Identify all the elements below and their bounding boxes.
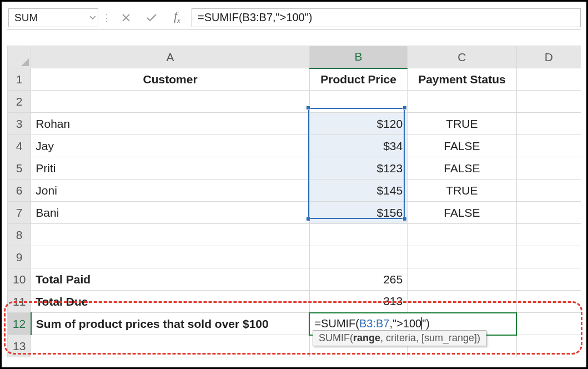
cell-D13[interactable] <box>516 335 581 357</box>
row-header-6[interactable]: 6 <box>8 179 31 202</box>
cell-D2[interactable] <box>516 91 581 113</box>
cell-D10[interactable] <box>516 268 581 291</box>
cell-B8[interactable] <box>309 224 407 246</box>
cell-C9[interactable] <box>408 246 516 268</box>
formula-bar-text: =SUMIF(B3:B7,">100") <box>198 11 313 24</box>
cell-A9[interactable] <box>31 246 310 268</box>
select-all-corner[interactable] <box>8 46 31 68</box>
row-2: 2 <box>8 91 581 113</box>
cell-A12[interactable]: Sum of product prices that sold over $10… <box>31 313 310 335</box>
cell-D7[interactable] <box>516 202 581 224</box>
col-header-B[interactable]: B <box>309 46 407 68</box>
row-12: 12 Sum of product prices that sold over … <box>8 313 581 335</box>
row-header-4[interactable]: 4 <box>8 135 31 157</box>
cell-A10[interactable]: Total Paid <box>31 268 310 291</box>
cell-B3[interactable]: $120 <box>309 113 407 135</box>
row-header-5[interactable]: 5 <box>8 157 31 179</box>
row-1: 1 Customer Product Price Payment Status <box>8 68 581 91</box>
row-header-13[interactable]: 13 <box>8 335 31 357</box>
formula-bar-input[interactable]: =SUMIF(B3:B7,">100") <box>192 8 581 27</box>
cell-C7[interactable]: FALSE <box>408 202 516 224</box>
app-window: SUM ⋮ fx =SUMIF(B3:B7,">100") <box>0 0 588 369</box>
cell-D6[interactable] <box>516 179 581 202</box>
cell-D3[interactable] <box>516 113 581 135</box>
cell-B7[interactable]: $156 <box>309 202 407 224</box>
column-headers-row: A B C D <box>8 46 581 68</box>
fx-icon[interactable]: fx <box>166 8 188 27</box>
cell-A8[interactable] <box>31 224 310 246</box>
row-header-9[interactable]: 9 <box>8 246 31 268</box>
cell-D1[interactable] <box>516 68 581 91</box>
cell-B6[interactable]: $145 <box>309 179 407 202</box>
cell-D5[interactable] <box>516 157 581 179</box>
cell-B10[interactable]: 265 <box>309 268 407 291</box>
name-box[interactable]: SUM <box>8 8 98 27</box>
row-8: 8 <box>8 224 581 246</box>
row-header-12[interactable]: 12 <box>8 313 31 335</box>
cell-A2[interactable] <box>31 91 310 113</box>
col-header-D[interactable]: D <box>516 46 581 68</box>
cell-D9[interactable] <box>516 246 581 268</box>
cell-D4[interactable] <box>516 135 581 157</box>
row-6: 6 Joni $145 TRUE <box>8 179 581 202</box>
row-4: 4 Jay $34 FALSE <box>8 135 581 157</box>
cell-A7[interactable]: Bani <box>31 202 310 224</box>
cell-A6[interactable]: Joni <box>31 179 310 202</box>
row-header-1[interactable]: 1 <box>8 68 31 91</box>
cell-A5[interactable]: Priti <box>31 157 310 179</box>
col-header-A[interactable]: A <box>31 46 310 68</box>
cell-C1[interactable]: Payment Status <box>408 68 516 91</box>
cell-C10[interactable] <box>408 268 516 291</box>
formula-bar-row: SUM ⋮ fx =SUMIF(B3:B7,">100") <box>7 7 581 30</box>
row-10: 10 Total Paid 265 <box>8 268 581 291</box>
row-9: 9 <box>8 246 581 268</box>
cell-D11[interactable] <box>516 291 581 313</box>
cell-A4[interactable]: Jay <box>31 135 310 157</box>
name-box-value: SUM <box>14 12 38 24</box>
cell-C4[interactable]: FALSE <box>408 135 516 157</box>
chevron-down-icon[interactable] <box>90 14 96 22</box>
row-header-2[interactable]: 2 <box>8 91 31 113</box>
col-header-C[interactable]: C <box>408 46 516 68</box>
cell-C2[interactable] <box>408 91 516 113</box>
row-7: 7 Bani $156 FALSE <box>8 202 581 224</box>
cell-B5[interactable]: $123 <box>309 157 407 179</box>
cell-C3[interactable]: TRUE <box>408 113 516 135</box>
row-header-11[interactable]: 11 <box>8 291 31 313</box>
cell-C11[interactable] <box>408 291 516 313</box>
cell-A3[interactable]: Rohan <box>31 113 310 135</box>
spreadsheet[interactable]: A B C D 1 Customer Product Price Payment… <box>7 46 581 357</box>
app-inner: SUM ⋮ fx =SUMIF(B3:B7,">100") <box>7 7 581 362</box>
row-header-7[interactable]: 7 <box>8 202 31 224</box>
cell-C5[interactable]: FALSE <box>408 157 516 179</box>
cell-B1[interactable]: Product Price <box>309 68 407 91</box>
accept-check-icon[interactable] <box>140 8 163 27</box>
cell-D8[interactable] <box>516 224 581 246</box>
row-header-3[interactable]: 3 <box>8 113 31 135</box>
cell-C6[interactable]: TRUE <box>408 179 516 202</box>
cell-D12[interactable] <box>516 313 581 335</box>
row-13: 13 <box>8 335 581 357</box>
cell-C8[interactable] <box>408 224 516 246</box>
row-5: 5 Priti $123 FALSE <box>8 157 581 179</box>
cell-A1[interactable]: Customer <box>31 68 310 91</box>
row-header-10[interactable]: 10 <box>8 268 31 291</box>
cell-A13[interactable] <box>31 335 310 357</box>
grid-table: A B C D 1 Customer Product Price Payment… <box>7 46 581 357</box>
cell-formula-editing: =SUMIF(B3:B7,">100") <box>314 317 430 330</box>
row-3: 3 Rohan $120 TRUE <box>8 113 581 135</box>
cancel-x-icon[interactable] <box>115 8 137 27</box>
cell-B9[interactable] <box>309 246 407 268</box>
row-11: 11 Total Due 313 <box>8 291 581 313</box>
cell-B2[interactable] <box>309 91 407 113</box>
cell-B11[interactable]: 313 <box>309 291 407 313</box>
formula-tooltip[interactable]: SUMIF(range, criteria, [sum_range]) <box>313 330 486 346</box>
dots-icon: ⋮ <box>102 12 112 24</box>
cell-A11[interactable]: Total Due <box>31 291 310 313</box>
row-header-8[interactable]: 8 <box>8 224 31 246</box>
cell-B4[interactable]: $34 <box>309 135 407 157</box>
